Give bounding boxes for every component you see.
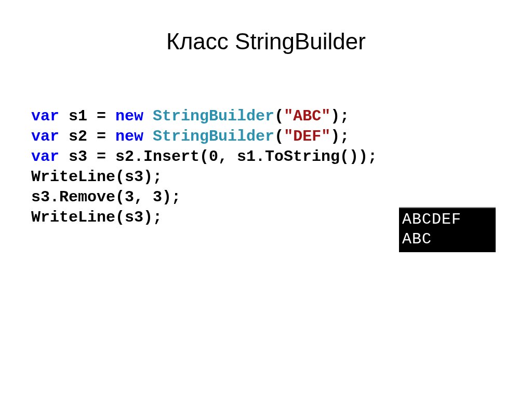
code-line-5: s3.Remove(3, 3); <box>31 187 501 208</box>
keyword-var: var <box>31 148 59 166</box>
type-name: StringBuilder <box>153 107 274 125</box>
code-text: s3 = s2.Insert(0, s1.ToString()); <box>59 148 377 166</box>
code-text: s1 = <box>59 107 115 125</box>
type-name: StringBuilder <box>153 128 274 145</box>
code-text: ( <box>274 107 284 125</box>
code-line-2: var s2 = new StringBuilder("DEF"); <box>31 127 501 147</box>
code-text <box>143 107 153 125</box>
code-line-3: var s3 = s2.Insert(0, s1.ToString()); <box>31 147 501 167</box>
code-text: ( <box>274 128 284 145</box>
slide-container: Класс StringBuilder var s1 = new StringB… <box>0 0 532 398</box>
string-literal: "DEF" <box>284 128 330 145</box>
console-output: ABCDEF ABC <box>399 207 496 252</box>
code-line-4: WriteLine(s3); <box>31 167 501 187</box>
code-text: s2 = <box>59 128 115 145</box>
keyword-var: var <box>31 128 59 145</box>
output-line-1: ABCDEF <box>402 210 491 230</box>
keyword-var: var <box>31 107 59 125</box>
slide-title: Класс StringBuilder <box>31 29 501 54</box>
string-literal: "ABC" <box>284 107 330 125</box>
code-text: ); <box>330 128 349 145</box>
keyword-new: new <box>115 107 143 125</box>
code-text <box>143 128 153 145</box>
code-line-1: var s1 = new StringBuilder("ABC"); <box>31 106 501 127</box>
code-text: ); <box>330 107 349 125</box>
output-line-2: ABC <box>402 230 491 250</box>
keyword-new: new <box>115 128 143 145</box>
